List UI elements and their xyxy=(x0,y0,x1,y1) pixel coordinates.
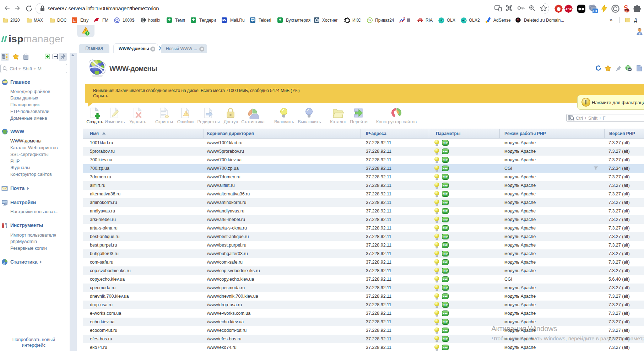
svg-text:PHP: PHP xyxy=(443,167,448,170)
svg-text:PHP: PHP xyxy=(443,150,448,153)
svg-text:PHP: PHP xyxy=(443,236,448,238)
svg-text:PHP: PHP xyxy=(443,244,448,247)
svg-text:PHP: PHP xyxy=(443,270,448,272)
svg-text:E: E xyxy=(73,18,76,23)
svg-text:PHP: PHP xyxy=(443,278,448,281)
svg-text:PHP: PHP xyxy=(443,201,448,204)
svg-text:ol: ol xyxy=(462,19,465,22)
svg-text:PHP: PHP xyxy=(443,218,448,221)
svg-text:PHP: PHP xyxy=(443,312,448,315)
svg-text:PHP: PHP xyxy=(443,287,448,289)
svg-text:PHP: PHP xyxy=(443,261,448,264)
svg-text:SEO: SEO xyxy=(624,10,629,12)
svg-text:ol: ol xyxy=(440,19,442,22)
svg-text:PHP: PHP xyxy=(443,159,448,161)
svg-text:PHP: PHP xyxy=(443,329,448,332)
svg-text:PHP: PHP xyxy=(443,184,448,187)
svg-text:ABP: ABP xyxy=(565,7,572,11)
svg-text:PHP: PHP xyxy=(443,227,448,230)
svg-text:1: 1 xyxy=(86,32,88,35)
svg-text:PHP: PHP xyxy=(443,210,448,212)
svg-text:PHP: PHP xyxy=(443,321,448,323)
svg-text:PHP: PHP xyxy=(443,253,448,255)
svg-text:PHP: PHP xyxy=(443,304,448,306)
svg-text:PHP: PHP xyxy=(443,193,448,195)
svg-text:PHP: PHP xyxy=(443,295,448,298)
svg-text:PHP: PHP xyxy=(443,338,448,340)
svg-text:PHP: PHP xyxy=(443,176,448,178)
svg-text:24: 24 xyxy=(368,19,371,22)
svg-text:PHP: PHP xyxy=(443,346,448,349)
svg-text:PHP: PHP xyxy=(443,142,448,144)
